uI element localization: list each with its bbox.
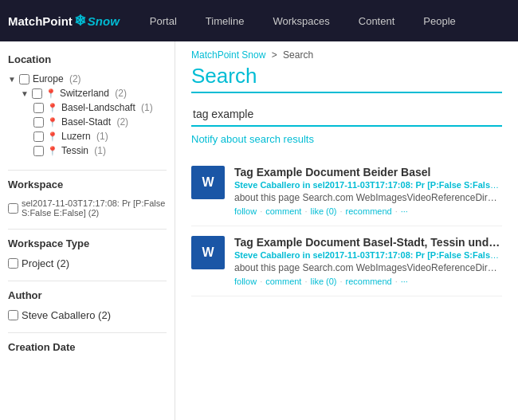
divider-1 <box>8 170 167 171</box>
logo: MatchPoint❄Snow <box>8 12 120 29</box>
divider-2 <box>8 229 167 230</box>
main-layout: Location ▼ Europe (2) ▼ 📍 Switzerland (2… <box>0 41 518 420</box>
result-location-2: sel2017-11-03T17:17:08: Pr [P:False S:Fa… <box>312 250 502 260</box>
workspace-type-item-label: Project (2) <box>22 257 69 269</box>
location-section-title: Location <box>8 53 167 65</box>
sidebar: Location ▼ Europe (2) ▼ 📍 Switzerland (2… <box>0 41 175 420</box>
snowflake-icon: ❄ <box>74 13 86 29</box>
result-more-2[interactable]: ··· <box>401 277 408 286</box>
result-meta-1: Steve Caballero in sel2017-11-03T17:17:0… <box>234 180 502 190</box>
result-like-2[interactable]: like (0) <box>311 277 337 286</box>
basel-landschaft-label: Basel-Landschaft <box>61 102 135 113</box>
word-icon-2: W <box>202 245 214 260</box>
search-input[interactable] <box>191 103 502 127</box>
result-more-1[interactable]: ··· <box>401 206 408 216</box>
checkbox-basel-stadt[interactable] <box>33 117 44 128</box>
page-title: Search <box>191 64 502 93</box>
author-section-title: Author <box>8 289 167 301</box>
main-nav: Portal Timeline Workspaces Content Peopl… <box>135 0 510 41</box>
filter-workspace-type: Project (2) <box>8 256 167 271</box>
result-title-2[interactable]: Tag Example Document Basel-Stadt, Tessin… <box>234 236 502 249</box>
pin-tessin-icon: 📍 <box>47 146 58 156</box>
divider-4 <box>8 332 167 333</box>
luzern-count: (1) <box>94 131 108 142</box>
filter-europe: ▼ Europe (2) <box>8 72 167 86</box>
nav-portal[interactable]: Portal <box>135 0 191 41</box>
result-like-1[interactable]: like (0) <box>311 206 337 216</box>
checkbox-tessin[interactable] <box>33 146 44 156</box>
tessin-count: (1) <box>92 145 106 156</box>
europe-label: Europe <box>33 73 64 84</box>
nav-content[interactable]: Content <box>344 0 410 41</box>
result-comment-1[interactable]: comment <box>265 206 301 216</box>
result-recommend-2[interactable]: recommend <box>346 277 392 286</box>
luzern-label: Luzern <box>61 131 91 142</box>
breadcrumb-current: Search <box>283 49 313 61</box>
result-actions-2: follow · comment · like (0) · recommend … <box>234 277 502 286</box>
basel-landschaft-count: (1) <box>139 102 153 113</box>
result-meta-in-1: in <box>303 180 313 190</box>
checkbox-basel-landschaft[interactable] <box>33 103 44 113</box>
checkbox-switzerland[interactable] <box>32 88 42 99</box>
result-comment-2[interactable]: comment <box>265 277 301 286</box>
pin-switzerland-icon: 📍 <box>45 88 57 99</box>
checkbox-workspace-type[interactable] <box>8 258 18 269</box>
checkbox-author[interactable] <box>8 310 18 320</box>
result-icon-2: W <box>191 236 225 269</box>
basel-stadt-label: Basel-Stadt <box>61 116 111 128</box>
checkbox-europe[interactable] <box>19 74 29 84</box>
workspace-section-title: Workspace <box>8 179 167 190</box>
location-filter-tree: ▼ Europe (2) ▼ 📍 Switzerland (2) 📍 Basel… <box>8 72 167 158</box>
expand-europe-icon[interactable]: ▼ <box>8 75 16 84</box>
filter-workspace: sel2017-11-03T17:17:08: Pr [P:False S:Fa… <box>8 197 167 219</box>
header: MatchPoint❄Snow Portal Timeline Workspac… <box>0 0 518 41</box>
basel-stadt-count: (2) <box>114 116 128 128</box>
result-author-1: Steve Caballero <box>234 180 300 190</box>
author-item-label: Steve Caballero (2) <box>22 309 111 321</box>
result-follow-2[interactable]: follow <box>234 277 257 286</box>
result-meta-in-2: in <box>303 250 313 260</box>
checkbox-luzern[interactable] <box>33 131 44 142</box>
result-title-1[interactable]: Tag Example Document Beider Basel <box>234 166 502 179</box>
switzerland-label: Switzerland <box>60 88 109 99</box>
expand-switzerland-icon[interactable]: ▼ <box>21 89 29 98</box>
breadcrumb-home-link[interactable]: MatchPoint Snow <box>191 49 265 61</box>
result-item-1: W Tag Example Document Beider Basel Stev… <box>191 156 502 226</box>
result-follow-1[interactable]: follow <box>234 206 257 216</box>
pin-basel-stadt-icon: 📍 <box>47 117 58 128</box>
result-icon-1: W <box>191 166 225 199</box>
filter-switzerland: ▼ 📍 Switzerland (2) <box>8 86 167 100</box>
switzerland-count: (2) <box>112 88 127 99</box>
nav-workspaces[interactable]: Workspaces <box>258 0 343 41</box>
filter-author: Steve Caballero (2) <box>8 308 167 323</box>
word-icon-1: W <box>202 175 214 190</box>
creation-date-section-title: Creation Date <box>8 341 167 353</box>
result-actions-1: follow · comment · like (0) · recommend … <box>234 206 502 216</box>
logo-matchpoint: MatchPoint <box>8 14 73 28</box>
nav-timeline[interactable]: Timeline <box>191 0 259 41</box>
europe-count: (2) <box>67 73 81 84</box>
result-meta-2: Steve Caballero in sel2017-11-03T17:17:0… <box>234 250 502 260</box>
result-body-1: Tag Example Document Beider Basel Steve … <box>234 166 502 216</box>
breadcrumb: MatchPoint Snow > Search <box>191 49 502 61</box>
result-author-2: Steve Caballero <box>234 250 300 260</box>
filter-luzern: 📍 Luzern (1) <box>8 129 167 143</box>
filter-basel-stadt: 📍 Basel-Stadt (2) <box>8 115 167 129</box>
result-location-1: sel2017-11-03T17:17:08: Pr [P:False S:Fa… <box>312 180 502 190</box>
nav-people[interactable]: People <box>409 0 469 41</box>
breadcrumb-separator: > <box>272 49 277 61</box>
notify-link[interactable]: Notify about search results <box>191 133 314 145</box>
tessin-label: Tessin <box>61 145 88 156</box>
pin-luzern-icon: 📍 <box>47 131 58 142</box>
logo-snow: Snow <box>88 14 120 28</box>
result-snippet-1: about this page Search.com WebImagesVide… <box>234 192 502 203</box>
checkbox-workspace[interactable] <box>8 203 18 214</box>
workspace-item-label: sel2017-11-03T17:17:08: Pr [P:False S:Fa… <box>22 198 167 218</box>
result-item-2: W Tag Example Document Basel-Stadt, Tess… <box>191 226 502 296</box>
pin-basel-landschaft-icon: 📍 <box>47 103 58 113</box>
result-body-2: Tag Example Document Basel-Stadt, Tessin… <box>234 236 502 286</box>
workspace-type-section-title: Workspace Type <box>8 237 167 249</box>
result-recommend-1[interactable]: recommend <box>346 206 392 216</box>
divider-3 <box>8 281 167 281</box>
filter-tessin: 📍 Tessin (1) <box>8 143 167 158</box>
